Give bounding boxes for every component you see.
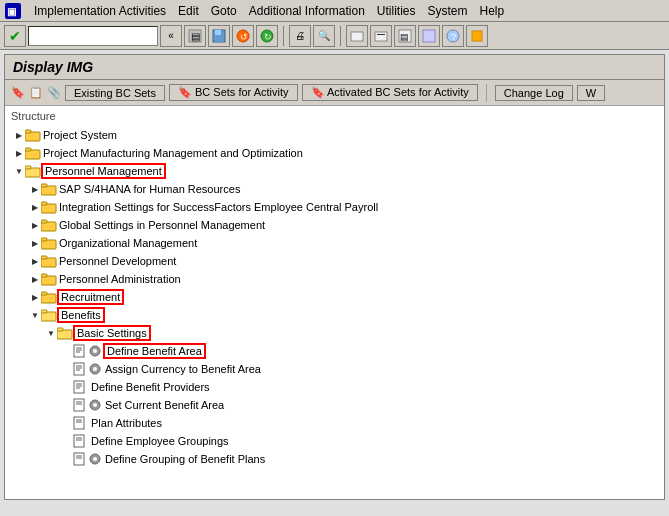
toolbar-btn3[interactable] [346, 25, 368, 47]
menu-edit[interactable]: Edit [172, 2, 205, 20]
find-btn[interactable]: 🔍 [313, 25, 335, 47]
expand-personnel-mgmt[interactable]: ▼ [13, 165, 25, 177]
expand-personnel-dev[interactable]: ▶ [29, 255, 41, 267]
menu-implementation-activities[interactable]: Implementation Activities [28, 2, 172, 20]
menu-utilities[interactable]: Utilities [371, 2, 422, 20]
svg-rect-5 [215, 30, 221, 35]
expand-project-mfg[interactable]: ▶ [13, 147, 25, 159]
personnel-admin-label: Personnel Administration [57, 273, 181, 285]
menu-system[interactable]: System [422, 2, 474, 20]
expand-set-current-benefit [61, 399, 73, 411]
menu-help[interactable]: Help [474, 2, 511, 20]
structure-area: Structure ▶ Project System ▶ Project Man… [5, 106, 664, 472]
folder-benefits-icon [41, 308, 57, 322]
expand-basic-settings[interactable]: ▼ [45, 327, 57, 339]
tree-row[interactable]: ▼ Personnel Management [13, 162, 660, 180]
gear-define-benefit-area-icon [87, 344, 103, 358]
svg-rect-44 [74, 345, 84, 357]
define-benefit-area-label: Define Benefit Area [103, 343, 206, 359]
refresh-btn[interactable]: ↻ [256, 25, 278, 47]
expand-plan-attributes [61, 417, 73, 429]
bc-sets-activity-btn[interactable]: 🔖 BC Sets for Activity [169, 84, 298, 101]
folder-global-icon [41, 218, 57, 232]
bc-sets-activity-icon: 🔖 [178, 86, 192, 98]
toolbar-btn5[interactable]: ▤ [394, 25, 416, 47]
expand-s4hana[interactable]: ▶ [29, 183, 41, 195]
command-input[interactable] [28, 26, 158, 46]
print-btn[interactable]: 🖨 [289, 25, 311, 47]
tree-row[interactable]: ▶ Integration Settings for SuccessFactor… [13, 198, 660, 216]
folder-project-system-icon [25, 128, 41, 142]
check-btn[interactable]: ✔ [4, 25, 26, 47]
tree-row[interactable]: Define Benefit Area [13, 342, 660, 360]
tree-row[interactable]: ▶ Organizational Management [13, 234, 660, 252]
change-log-btn[interactable]: Change Log [495, 85, 573, 101]
org-mgmt-label: Organizational Management [57, 237, 197, 249]
tree-row[interactable]: ▶ Personnel Administration [13, 270, 660, 288]
expand-project-system[interactable]: ▶ [13, 129, 25, 141]
toolbar-sep1 [283, 26, 284, 46]
tree-row[interactable]: ▶ SAP S/4HANA for Human Resources [13, 180, 660, 198]
expand-benefits[interactable]: ▼ [29, 309, 41, 321]
svg-rect-12 [375, 32, 387, 41]
nav-back-btn[interactable]: « [160, 25, 182, 47]
svg-point-49 [93, 349, 97, 353]
bc-toolbar: 🔖 📋 📎 Existing BC Sets 🔖 BC Sets for Act… [5, 80, 664, 106]
svg-rect-50 [74, 363, 84, 375]
svg-rect-33 [41, 238, 47, 241]
svg-rect-60 [74, 399, 84, 411]
project-mfg-label: Project Manufacturing Management and Opt… [41, 147, 303, 159]
expand-define-grouping-benefit-plans [61, 453, 73, 465]
tree-row[interactable]: Define Employee Groupings [13, 432, 660, 450]
activated-bc-sets-btn[interactable]: 🔖 Activated BC Sets for Activity [302, 84, 478, 101]
expand-org-mgmt[interactable]: ▶ [29, 237, 41, 249]
expand-recruitment[interactable]: ▶ [29, 291, 41, 303]
folder-basic-settings-icon [57, 326, 73, 340]
tree-row[interactable]: ▶ Global Settings in Personnel Managemen… [13, 216, 660, 234]
expand-personnel-admin[interactable]: ▶ [29, 273, 41, 285]
svg-rect-43 [57, 328, 63, 331]
svg-text:▣: ▣ [7, 6, 16, 17]
toolbar: ✔ « ▤ ↺ ↻ 🖨 🔍 ▤ ? [0, 22, 669, 50]
toolbar-btn4[interactable] [370, 25, 392, 47]
tree-row[interactable]: Define Benefit Providers [13, 378, 660, 396]
menu-additional-information[interactable]: Additional Information [243, 2, 371, 20]
folder-s4hana-icon [41, 182, 57, 196]
tree-row[interactable]: ▶ Personnel Development [13, 252, 660, 270]
existing-bc-sets-btn[interactable]: Existing BC Sets [65, 85, 165, 101]
save-btn[interactable] [208, 25, 230, 47]
tree-row[interactable]: ▶ Project System [13, 126, 660, 144]
bc-toolbar-icon3: 📎 [47, 86, 61, 99]
svg-rect-27 [41, 184, 47, 187]
define-employee-groupings-label: Define Employee Groupings [89, 435, 229, 447]
tree-row[interactable]: ▼ Benefits [13, 306, 660, 324]
tree-row[interactable]: ▼ Basic Settings [13, 324, 660, 342]
svg-text:?: ? [451, 32, 456, 42]
tree-row[interactable]: ▶ Recruitment [13, 288, 660, 306]
w-btn[interactable]: W [577, 85, 605, 101]
nav-prev-btn[interactable]: ▤ [184, 25, 206, 47]
svg-text:▤: ▤ [400, 32, 409, 42]
svg-text:↻: ↻ [264, 32, 272, 42]
expand-global[interactable]: ▶ [29, 219, 41, 231]
expand-integration[interactable]: ▶ [29, 201, 41, 213]
toolbar-btn6[interactable] [418, 25, 440, 47]
tree-row[interactable]: Assign Currency to Benefit Area [13, 360, 660, 378]
tree-row[interactable]: ▶ Project Manufacturing Management and O… [13, 144, 660, 162]
svg-rect-16 [423, 30, 435, 42]
toolbar-btn7[interactable]: ? [442, 25, 464, 47]
menu-goto[interactable]: Goto [205, 2, 243, 20]
tree-row[interactable]: Define Grouping of Benefit Plans [13, 450, 660, 468]
shortcut-btn[interactable]: ↺ [232, 25, 254, 47]
bc-sets-icon: 🔖 [11, 86, 25, 99]
doc-define-benefit-providers-icon [73, 380, 89, 394]
global-label: Global Settings in Personnel Management [57, 219, 265, 231]
tree-row[interactable]: Set Current Benefit Area [13, 396, 660, 414]
svg-rect-31 [41, 220, 47, 223]
svg-rect-37 [41, 274, 47, 277]
toolbar-sep2 [340, 26, 341, 46]
toolbar-btn8[interactable] [466, 25, 488, 47]
img-header: Display IMG [5, 55, 664, 80]
main-content-area: Display IMG 🔖 📋 📎 Existing BC Sets 🔖 BC … [4, 54, 665, 500]
tree-row[interactable]: Plan Attributes [13, 414, 660, 432]
